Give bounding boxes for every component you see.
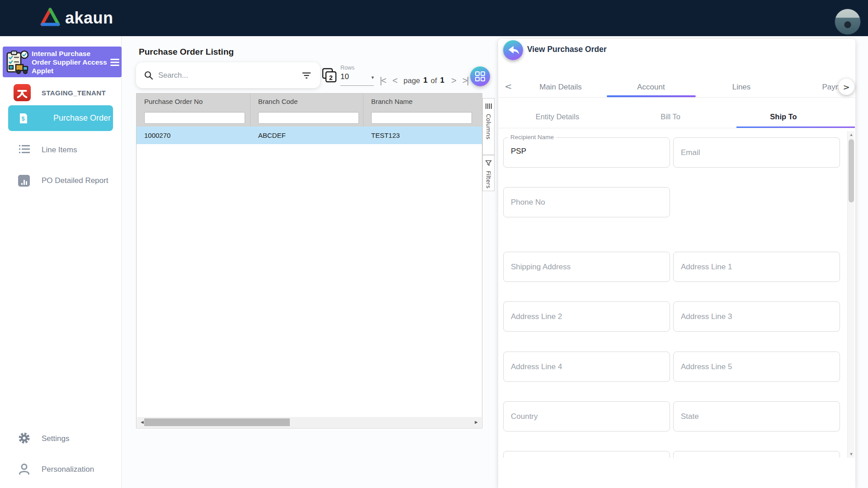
- horizontal-scrollbar[interactable]: ◄ ►: [137, 417, 481, 427]
- top-navbar: akaun: [0, 0, 868, 36]
- column-header[interactable]: Branch Code: [250, 94, 363, 109]
- funnel-icon: [485, 160, 492, 168]
- columns-tab-label: Columns: [485, 114, 492, 140]
- columns-side-tab[interactable]: Columns: [482, 98, 495, 155]
- address-line-4-placeholder: Address Line 4: [511, 362, 562, 371]
- rows-per-page-select[interactable]: Rows 10 ▾: [340, 65, 374, 81]
- filter-input-branch-code[interactable]: [258, 112, 359, 124]
- partial-field-right[interactable]: [673, 451, 840, 458]
- rows-label: Rows: [340, 65, 374, 71]
- search-bar: [136, 62, 320, 88]
- sidebar-item-po-detailed-report[interactable]: PO Detailed Report: [0, 169, 122, 192]
- grid-view-button[interactable]: [470, 66, 490, 86]
- prev-page-button[interactable]: <: [392, 75, 397, 86]
- country-placeholder: Country: [511, 412, 538, 421]
- cell-po-no: 1000270: [137, 127, 250, 144]
- last-page-button[interactable]: >|: [462, 75, 468, 86]
- filter-lines-icon[interactable]: [302, 72, 311, 79]
- sidebar-toggle-icon[interactable]: [109, 56, 121, 70]
- subtab-ship-to[interactable]: Ship To: [727, 105, 840, 128]
- sidebar-item-label: Settings: [42, 434, 69, 443]
- current-page-number: 1: [423, 76, 427, 85]
- akaun-triangle-icon: [40, 8, 61, 28]
- grid-icon: [475, 71, 486, 82]
- sidebar-item-label: PO Detailed Report: [42, 176, 108, 185]
- next-page-button[interactable]: >: [451, 75, 456, 86]
- scroll-down-icon[interactable]: ▼: [848, 452, 855, 456]
- email-field[interactable]: Email: [673, 137, 840, 168]
- svg-text:2: 2: [329, 74, 333, 81]
- filter-input-po-no[interactable]: [144, 112, 245, 124]
- address-line-1-field[interactable]: Address Line 1: [673, 252, 840, 282]
- back-arrow-icon: [506, 44, 520, 56]
- horizontal-scrollbar-thumb[interactable]: [144, 418, 290, 426]
- filter-input-branch-name[interactable]: [371, 112, 472, 124]
- search-input[interactable]: [158, 71, 285, 80]
- sidebar-item-personalization[interactable]: Personalization: [0, 458, 122, 481]
- applet-clipboard-truck-icon: [5, 50, 30, 76]
- email-placeholder: Email: [681, 148, 700, 157]
- recipient-name-field[interactable]: Recipient Name PSP: [503, 137, 670, 168]
- sidebar-item-tenant[interactable]: STAGING_TENANT: [0, 81, 122, 104]
- pagination: |< < page 1 of 1 > >|: [380, 74, 468, 87]
- table-row[interactable]: 1000270 ABCDEF TEST123: [137, 127, 482, 144]
- sidebar-item-line-items[interactable]: Line Items: [0, 139, 122, 161]
- duplicate-pages-icon[interactable]: 2: [322, 68, 337, 85]
- sidebar-item-purchase-order[interactable]: $ Purchase Order: [8, 105, 113, 131]
- tab-payment[interactable]: Paym: [787, 77, 845, 97]
- recipient-name-value: PSP: [511, 147, 526, 156]
- of-word: of: [431, 76, 437, 85]
- person-icon: [18, 463, 30, 477]
- filters-tab-label: Filters: [485, 171, 492, 188]
- vertical-scrollbar-thumb[interactable]: [849, 139, 854, 202]
- tabs-scroll-left-icon[interactable]: <: [505, 81, 512, 92]
- table-header-row: Purchase Order No Branch Code Branch Nam…: [137, 94, 482, 109]
- logo-text: akaun: [65, 9, 113, 28]
- scroll-right-icon[interactable]: ►: [474, 419, 479, 425]
- subtab-entity-details[interactable]: Entity Details: [501, 105, 614, 128]
- phone-no-field[interactable]: Phone No: [503, 187, 670, 217]
- tenant-logo-icon: [14, 84, 31, 101]
- country-field[interactable]: Country: [503, 401, 670, 432]
- address-line-2-placeholder: Address Line 2: [511, 312, 562, 321]
- tab-main-details[interactable]: Main Details: [515, 77, 606, 97]
- sidebar-item-label: Purchase Order: [53, 113, 111, 123]
- tabs-scroll-right-button[interactable]: >: [838, 79, 854, 95]
- vertical-scrollbar[interactable]: ▲ ▼: [847, 131, 854, 458]
- detail-title: View Purchase Order: [527, 45, 607, 54]
- sidebar: Internal Purchase Order Supplier Access …: [0, 36, 122, 488]
- subtab-bill-to[interactable]: Bill To: [614, 105, 727, 128]
- tab-lines[interactable]: Lines: [696, 77, 787, 97]
- user-avatar[interactable]: [835, 9, 861, 35]
- rows-value: 10: [340, 72, 374, 81]
- detail-tabs: < Main Details Account Lines Paym >: [498, 77, 855, 97]
- akaun-logo[interactable]: akaun: [40, 8, 113, 28]
- address-line-3-field[interactable]: Address Line 3: [673, 301, 840, 332]
- address-line-2-field[interactable]: Address Line 2: [503, 301, 670, 332]
- caret-down-icon: ▾: [371, 75, 374, 80]
- phone-no-placeholder: Phone No: [511, 198, 545, 207]
- back-button[interactable]: [503, 40, 523, 60]
- cell-branch-name: TEST123: [363, 127, 482, 144]
- column-header[interactable]: Branch Name: [363, 94, 482, 109]
- first-page-button[interactable]: |<: [380, 75, 386, 86]
- state-placeholder: State: [681, 412, 699, 421]
- filters-side-tab[interactable]: Filters: [482, 155, 495, 191]
- sidebar-item-settings[interactable]: Settings: [0, 427, 122, 450]
- applet-header: Internal Purchase Order Supplier Access …: [3, 47, 122, 77]
- shipping-address-field[interactable]: Shipping Address: [503, 252, 670, 282]
- tab-account[interactable]: Account: [606, 77, 696, 97]
- shipping-address-placeholder: Shipping Address: [511, 263, 571, 272]
- table-filter-row: [137, 109, 482, 127]
- address-line-4-field[interactable]: Address Line 4: [503, 352, 670, 382]
- scroll-up-icon[interactable]: ▲: [848, 132, 855, 137]
- partial-field-left[interactable]: [503, 451, 670, 458]
- purchase-order-table: Purchase Order No Branch Code Branch Nam…: [136, 93, 482, 428]
- column-header[interactable]: Purchase Order No: [137, 94, 250, 109]
- state-field[interactable]: State: [673, 401, 840, 432]
- sidebar-item-label: Personalization: [42, 465, 94, 474]
- address-line-5-field[interactable]: Address Line 5: [673, 352, 840, 382]
- ship-to-form: Recipient Name PSP Email Phone No Shippi…: [498, 128, 847, 458]
- view-purchase-order-panel: View Purchase Order < Main Details Accou…: [498, 39, 855, 488]
- tenant-label: STAGING_TENANT: [42, 89, 106, 97]
